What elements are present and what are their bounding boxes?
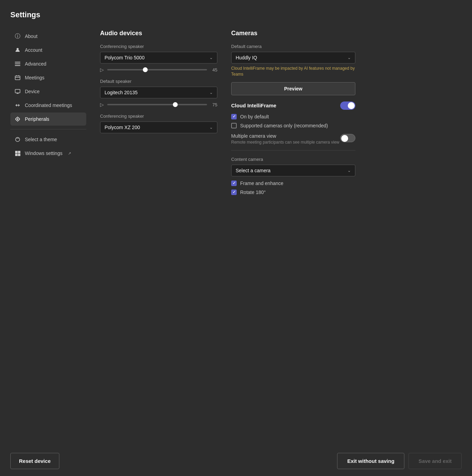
conferencing-speaker-dropdown-1[interactable]: Polycom Trio 5000 ⌄ (100, 52, 217, 64)
svg-rect-3 (15, 65, 20, 66)
audio-devices-title: Audio devices (100, 30, 217, 37)
footer-right-buttons: Exit without saving Save and exit (337, 453, 462, 469)
default-camera-value: Huddly IQ (236, 55, 257, 60)
conferencing-mic-dropdown[interactable]: Polycom XZ 200 ⌄ (100, 122, 217, 133)
sidebar-label-device: Device (25, 89, 40, 94)
sidebar-label-peripherals: Peripherals (25, 116, 49, 122)
sidebar-item-advanced[interactable]: Advanced (10, 57, 86, 70)
conferencing-speaker-label-1: Conferencing speaker (100, 44, 217, 49)
device-icon (14, 88, 21, 95)
sidebar-item-windows-settings[interactable]: Windows settings ↗ (10, 147, 86, 160)
sidebar-item-select-theme[interactable]: Select a theme (10, 133, 86, 146)
sidebar-label-about: About (25, 33, 38, 39)
peripherals-icon (14, 116, 21, 122)
cameras-panel: Cameras Default camera Huddly IQ ⌄ Cloud… (231, 30, 355, 446)
conferencing-mic-value: Polycom XZ 200 (105, 125, 140, 130)
theme-icon (14, 136, 21, 143)
frame-enhance-row: ✓ Frame and enhance (231, 181, 355, 186)
sidebar-label-coordinated: Coordinated meetings (25, 103, 72, 108)
sidebar-label-advanced: Advanced (25, 61, 46, 67)
content-camera-dropdown[interactable]: Select a camera ⌄ (231, 165, 355, 176)
play-icon-2[interactable]: ▷ (100, 102, 104, 107)
checkmark-icon-3: ✓ (233, 190, 236, 194)
default-camera-label: Default camera (231, 44, 355, 49)
sidebar-label-windows: Windows settings (25, 150, 62, 156)
supported-cameras-label: Supported cameras only (recommended) (240, 123, 328, 128)
multiple-camera-toggle[interactable] (340, 134, 355, 142)
sidebar-item-coordinated-meetings[interactable]: Coordinated meetings (10, 99, 86, 112)
chevron-down-icon-5: ⌄ (347, 168, 351, 173)
svg-rect-6 (17, 93, 19, 94)
conferencing-speaker-label-2: Conferencing speaker (100, 114, 217, 119)
multiple-camera-label: Multiple camera view (231, 133, 339, 139)
svg-rect-13 (15, 151, 18, 153)
checkmark-icon-1: ✓ (233, 114, 236, 119)
slider-thumb-2[interactable] (173, 102, 178, 107)
cloud-intelliframe-toggle[interactable] (340, 101, 355, 110)
svg-point-8 (17, 118, 18, 120)
default-camera-dropdown[interactable]: Huddly IQ ⌄ (231, 52, 355, 64)
sidebar-item-device[interactable]: Device (10, 85, 86, 98)
page-title: Settings (10, 10, 462, 19)
external-link-icon: ↗ (68, 151, 71, 156)
default-speaker-dropdown[interactable]: Logitech 20135 ⌄ (100, 87, 217, 98)
speaker-1-slider[interactable] (107, 69, 207, 70)
svg-rect-1 (15, 62, 20, 62)
sidebar-label-theme: Select a theme (25, 137, 57, 142)
cameras-title: Cameras (231, 30, 355, 37)
svg-rect-14 (18, 151, 20, 153)
reset-device-button[interactable]: Reset device (10, 453, 59, 469)
chevron-down-icon-4: ⌄ (347, 55, 351, 60)
play-icon-1[interactable]: ▷ (100, 67, 104, 72)
account-icon (14, 47, 21, 53)
conferencing-speaker-value-1: Polycom Trio 5000 (105, 55, 145, 60)
sidebar-label-account: Account (25, 47, 42, 53)
default-speaker-label: Default speaker (100, 79, 217, 84)
preview-button[interactable]: Preview (231, 82, 355, 95)
speaker-2-slider[interactable] (107, 104, 207, 105)
on-by-default-checkbox[interactable]: ✓ (231, 114, 237, 119)
multiple-camera-row: Multiple camera view Remote meeting part… (231, 133, 355, 145)
content-camera-value: Select a camera (236, 168, 271, 173)
sidebar-item-about[interactable]: ⓘ About (10, 30, 86, 43)
cloud-intelliframe-label: Cloud IntelliFrame (231, 103, 276, 108)
svg-rect-2 (15, 64, 20, 64)
speaker-1-value: 45 (210, 67, 217, 72)
on-by-default-row: ✓ On by default (231, 114, 355, 119)
panels-area: Audio devices Conferencing speaker Polyc… (86, 30, 462, 446)
cloud-intelliframe-toggle-row: Cloud IntelliFrame (231, 101, 355, 110)
sidebar-divider (10, 129, 86, 129)
sidebar-item-peripherals[interactable]: Peripherals (10, 113, 86, 126)
toggle-knob-camera (341, 135, 348, 142)
svg-rect-15 (15, 154, 18, 156)
save-and-exit-button[interactable]: Save and exit (409, 453, 462, 469)
frame-enhance-label: Frame and enhance (240, 181, 283, 186)
chevron-down-icon-3: ⌄ (209, 125, 213, 130)
svg-rect-16 (18, 154, 20, 156)
svg-rect-4 (15, 76, 20, 80)
rotate-label: Rotate 180° (240, 190, 266, 195)
advanced-icon (14, 61, 21, 67)
rotate-checkbox[interactable]: ✓ (231, 190, 237, 195)
slider-fill-1 (107, 69, 145, 70)
chevron-down-icon-1: ⌄ (209, 55, 213, 60)
speaker-1-slider-row: ▷ 45 (100, 67, 217, 72)
multiple-camera-sublabel: Remote meeting participants can see mult… (231, 140, 339, 145)
toggle-knob-intelliframe (348, 102, 355, 109)
rotate-row: ✓ Rotate 180° (231, 190, 355, 195)
supported-cameras-checkbox[interactable] (231, 123, 237, 128)
slider-fill-2 (107, 104, 175, 105)
slider-thumb-1[interactable] (143, 67, 148, 72)
sidebar-label-meetings: Meetings (25, 75, 45, 80)
exit-without-saving-button[interactable]: Exit without saving (337, 453, 404, 469)
frame-enhance-checkbox[interactable]: ✓ (231, 181, 237, 186)
sidebar-item-meetings[interactable]: Meetings (10, 71, 86, 84)
footer: Reset device Exit without saving Save an… (0, 446, 472, 476)
camera-divider (231, 150, 355, 150)
checkmark-icon-2: ✓ (233, 181, 236, 185)
multiple-camera-text: Multiple camera view Remote meeting part… (231, 133, 339, 145)
default-speaker-value: Logitech 20135 (105, 90, 138, 95)
on-by-default-label: On by default (240, 114, 269, 119)
coordinated-icon (14, 102, 21, 108)
sidebar-item-account[interactable]: Account (10, 43, 86, 57)
